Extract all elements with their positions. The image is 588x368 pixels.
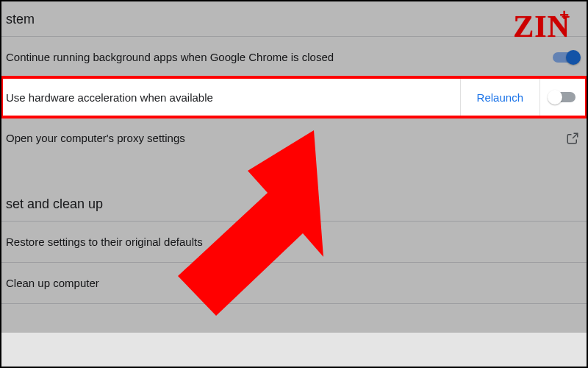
toggle-background-apps[interactable] <box>553 52 579 63</box>
row-restore-defaults[interactable]: Restore settings to their original defau… <box>1 221 587 262</box>
row-label: Use hardware acceleration when available <box>1 91 460 104</box>
row-label: Clean up computer <box>6 277 99 289</box>
toggle-hardware-accel[interactable] <box>549 92 576 102</box>
row-hardware-accel[interactable]: Use hardware acceleration when available… <box>1 77 587 117</box>
row-blank <box>1 303 587 333</box>
external-link-icon <box>566 132 579 145</box>
row-proxy-settings[interactable]: Open your computer's proxy settings <box>1 117 587 158</box>
relaunch-button[interactable]: Relaunch <box>460 77 539 117</box>
row-label: Open your computer's proxy settings <box>6 132 185 144</box>
section-system-header: stem Continue running background apps wh… <box>1 1 587 77</box>
row-label: Continue running background apps when Go… <box>6 51 334 63</box>
row-background-apps[interactable]: Continue running background apps when Go… <box>1 36 587 77</box>
section-title-system: stem <box>1 1 587 36</box>
row-cleanup-computer[interactable]: Clean up computer <box>1 262 587 303</box>
section-system-footer: Open your computer's proxy settings set … <box>1 117 587 333</box>
watermark-logo: ZIN <box>513 9 570 44</box>
row-label: Restore settings to their original defau… <box>6 236 203 248</box>
section-title-reset: set and clean up <box>1 186 587 221</box>
row-hardware-accel-highlight: Use hardware acceleration when available… <box>1 77 587 117</box>
